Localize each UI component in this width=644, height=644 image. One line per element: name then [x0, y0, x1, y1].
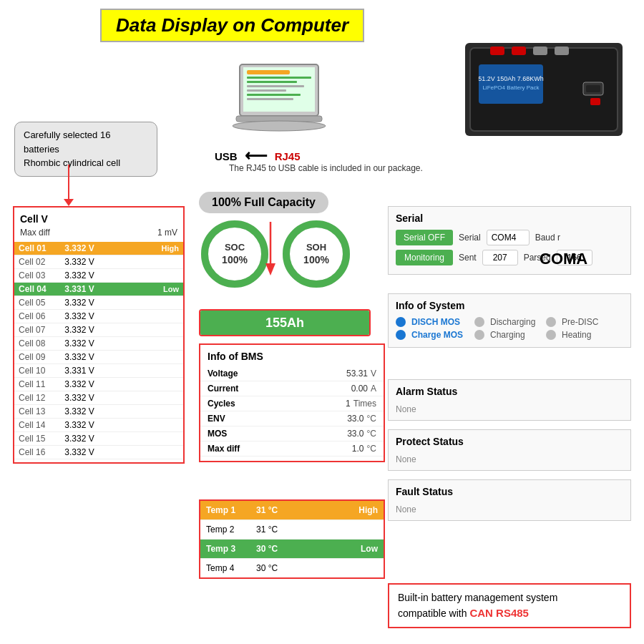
protect-title: Protect Status: [396, 436, 623, 447]
can-note-highlight: CAN RS485: [469, 607, 529, 619]
svg-rect-2: [247, 70, 290, 74]
maxdiff-value: 1 mV: [157, 228, 177, 238]
svg-text:100%: 100%: [303, 254, 329, 265]
svg-rect-13: [512, 47, 526, 55]
bms-data-row: ENV33.0°C: [200, 411, 384, 426]
discharging-dot: [474, 317, 484, 327]
info-system-title: Info of System: [396, 300, 623, 311]
ah-bar-container: 155Ah: [199, 309, 371, 336]
disch-mos-dot: [396, 317, 406, 327]
cell-row: Cell 023.332 V: [14, 255, 183, 269]
info-sys-row-2: Charge MOS Charging Heating: [396, 330, 623, 340]
svg-rect-14: [533, 47, 547, 55]
cell-row: Cell 083.332 V: [14, 337, 183, 351]
svg-text:100%: 100%: [222, 254, 248, 265]
rj45-note: The RJ45 to USB cable is included in our…: [229, 163, 423, 173]
serial-panel: Serial Serial OFF Serial COM4 Baud r Mon…: [388, 206, 631, 275]
cell-row: Cell 113.332 V: [14, 378, 183, 391]
cell-row: Cell 013.332 VHigh: [14, 242, 183, 255]
bms-data-row: Current0.00A: [200, 381, 384, 396]
svg-rect-15: [555, 47, 569, 55]
cell-row: Cell 093.332 V: [14, 351, 183, 364]
monitoring-button[interactable]: Monitoring: [396, 250, 453, 265]
pre-disc-status: Pre-DISC: [562, 317, 612, 327]
serial-title: Serial: [396, 213, 623, 224]
baud-label: Baud r: [535, 233, 560, 243]
svg-rect-5: [247, 85, 304, 87]
cell-panel-title: Cell V: [14, 213, 183, 228]
discharging-status: Discharging: [490, 317, 540, 327]
protect-value: None: [396, 453, 623, 466]
pre-disc-dot: [546, 317, 556, 327]
rj45-label: RJ45: [275, 150, 301, 162]
can-note-line1: Built-in battery management system: [398, 592, 557, 603]
usb-label: USB: [215, 150, 238, 162]
svg-rect-8: [247, 98, 293, 100]
temp-table: Temp 131 °CHighTemp 231 °CTemp 330 °CLow…: [199, 499, 385, 579]
soh-gauge: SOH 100%: [280, 218, 352, 290]
svg-rect-21: [590, 98, 600, 105]
temp-data-row: Temp 430 °C: [200, 559, 384, 577]
cell-row: Cell 043.331 VLow: [14, 283, 183, 296]
cell-row: Cell 073.332 V: [14, 323, 183, 337]
info-system-panel: Info of System DISCH MOS Discharging Pre…: [388, 293, 631, 348]
ah-bar-fill: 155Ah: [200, 311, 369, 335]
svg-rect-20: [586, 85, 600, 92]
coma-label: COMA: [540, 250, 587, 268]
info-sys-row-1: DISCH MOS Discharging Pre-DISC: [396, 317, 623, 327]
svg-rect-7: [247, 94, 301, 96]
bms-title: Info of BMS: [200, 349, 384, 366]
svg-text:51.2V 150Ah 7.68KWh: 51.2V 150Ah 7.68KWh: [478, 75, 544, 82]
charging-status: Charging: [490, 330, 540, 340]
heating-status: Heating: [562, 330, 612, 340]
cell-rows-container: Cell 013.332 VHighCell 023.332 VCell 033…: [14, 242, 183, 459]
disch-mos-label: DISCH MOS: [411, 317, 469, 327]
bms-data-row: Cycles1Times: [200, 396, 384, 411]
alarm-value: None: [396, 403, 623, 416]
fault-value: None: [396, 503, 623, 516]
cell-row: Cell 123.332 V: [14, 391, 183, 405]
temp-rows-container: Temp 131 °CHighTemp 231 °CTemp 330 °CLow…: [200, 501, 384, 577]
cell-row: Cell 133.332 V: [14, 405, 183, 419]
bms-data-row: Voltage53.31V: [200, 366, 384, 381]
temp-data-row: Temp 231 °C: [200, 520, 384, 540]
charge-mos-dot: [396, 330, 406, 340]
soc-soh-area: SOC 100% SOH 100%: [199, 218, 352, 290]
bms-data-row: Max diff1.0°C: [200, 441, 384, 457]
maxdiff-label: Max diff: [20, 228, 50, 238]
cell-panel: Cell V Max diff 1 mV Cell 013.332 VHighC…: [13, 206, 185, 464]
cell-row: Cell 103.331 V: [14, 364, 183, 378]
bms-data-row: MOS33.0°C: [200, 426, 384, 441]
serial-com-value[interactable]: COM4: [487, 230, 530, 245]
serial-off-button[interactable]: Serial OFF: [396, 230, 453, 245]
full-capacity-label: 100% Full Capacity: [199, 192, 328, 213]
callout-bubble: Carefully selected 16 batteries Rhombic …: [14, 122, 157, 177]
svg-text:LiFePO4 Battery Pack: LiFePO4 Battery Pack: [482, 84, 540, 91]
fault-title: Fault Status: [396, 486, 623, 497]
battery-device-image: 51.2V 150Ah 7.68KWh LiFePO4 Battery Pack: [465, 43, 623, 136]
charging-dot: [474, 330, 484, 340]
svg-rect-4: [247, 81, 297, 83]
sent-value: 207: [482, 250, 518, 265]
callout-line2: Rhombic cylindrical cell: [24, 157, 120, 168]
can-note: Built-in battery management system compa…: [388, 583, 631, 629]
svg-rect-12: [490, 47, 504, 55]
laptop-image: [229, 57, 329, 136]
heating-dot: [546, 330, 556, 340]
svg-rect-6: [247, 89, 286, 92]
page-title: Data Display on Computer: [100, 9, 364, 42]
cell-row: Cell 033.332 V: [14, 269, 183, 283]
bms-rows-container: Voltage53.31VCurrent0.00ACycles1TimesENV…: [200, 366, 384, 457]
cell-row: Cell 153.332 V: [14, 432, 183, 446]
temp-data-row: Temp 330 °CLow: [200, 540, 384, 559]
cell-row: Cell 063.332 V: [14, 310, 183, 323]
callout-arrow-line: [68, 165, 69, 200]
svg-point-10: [233, 121, 326, 131]
fault-panel: Fault Status None: [388, 479, 631, 521]
protect-panel: Protect Status None: [388, 429, 631, 471]
callout-line1: Carefully selected 16 batteries: [24, 130, 110, 155]
serial-row-2: Monitoring Sent 207 Parsed 166: [396, 250, 623, 265]
cell-row: Cell 143.332 V: [14, 419, 183, 432]
cell-row: Cell 163.332 V: [14, 446, 183, 459]
cell-maxdiff-row: Max diff 1 mV: [14, 228, 183, 242]
